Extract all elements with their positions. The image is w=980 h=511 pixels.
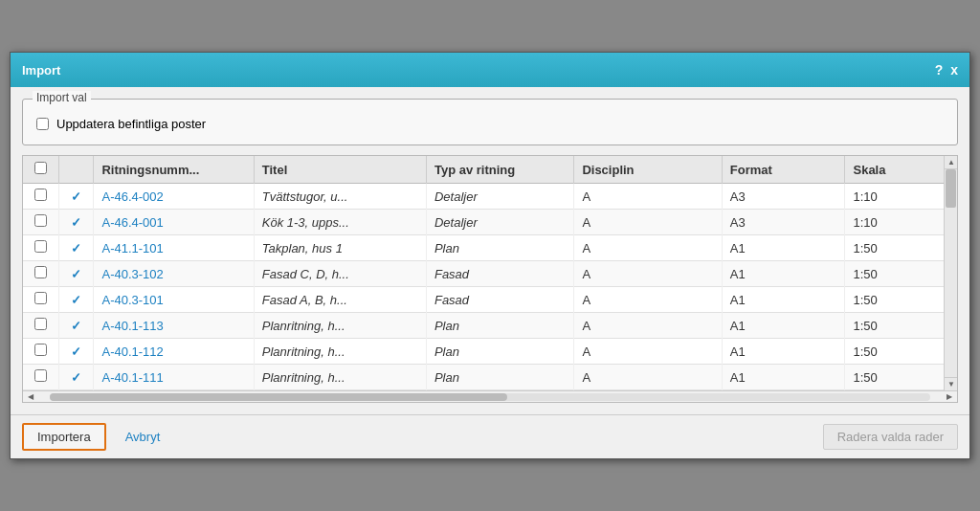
import-val-group: Import val Uppdatera befintliga poster [22, 99, 958, 145]
help-button[interactable]: ? [935, 62, 944, 78]
row-format: A1 [722, 235, 845, 261]
row-type: Fasad [426, 261, 573, 287]
row-checkmark: ✓ [59, 287, 94, 313]
table-row: ✓A-40.3-101Fasad A, B, h...FasadAA11:50 [23, 287, 944, 313]
table-container: Ritningsnumm... Titel Typ av ritning Dis… [22, 155, 958, 403]
row-format: A1 [722, 313, 845, 339]
import-button[interactable]: Importera [22, 423, 106, 451]
row-checkmark: ✓ [59, 210, 94, 235]
table-row: ✓A-46.4-002Tvättstugor, u...DetaljerAA31… [23, 184, 944, 210]
row-scale: 1:10 [845, 210, 944, 235]
row-type: Fasad [426, 287, 573, 313]
row-title: Fasad A, B, h... [254, 287, 426, 313]
row-checkmark: ✓ [59, 184, 94, 210]
row-title: Planritning, h... [254, 339, 426, 365]
row-checkbox[interactable] [34, 369, 47, 382]
row-title: Fasad C, D, h... [254, 261, 426, 287]
row-checkbox[interactable] [34, 292, 47, 304]
hscroll-left-arrow[interactable]: ◀ [25, 391, 36, 403]
row-number[interactable]: A-40.1-112 [94, 339, 254, 365]
row-checkbox[interactable] [34, 214, 47, 227]
row-format: A3 [722, 184, 845, 210]
row-scale: 1:50 [845, 365, 944, 390]
dialog-footer: Importera Avbryt Radera valda rader [11, 414, 969, 458]
row-check-cell [23, 210, 59, 235]
col-header-title: Titel [254, 156, 426, 184]
row-format: A3 [722, 210, 845, 235]
row-number[interactable]: A-41.1-101 [94, 235, 254, 261]
dialog-body: Import val Uppdatera befintliga poster [11, 87, 969, 414]
row-scale: 1:50 [845, 261, 944, 287]
row-checkbox[interactable] [34, 240, 47, 253]
col-header-type: Typ av ritning [426, 156, 573, 184]
row-scale: 1:50 [845, 313, 944, 339]
row-checkmark: ✓ [59, 339, 94, 365]
row-type: Detaljer [426, 210, 573, 235]
row-number[interactable]: A-40.1-111 [94, 365, 254, 390]
row-number[interactable]: A-40.3-102 [94, 261, 254, 287]
vscroll-track[interactable] [945, 169, 957, 377]
row-number[interactable]: A-46.4-001 [94, 210, 254, 235]
data-table: Ritningsnumm... Titel Typ av ritning Dis… [23, 156, 944, 390]
vscroll-up-arrow[interactable]: ▲ [945, 156, 957, 169]
hscroll-thumb[interactable] [50, 393, 507, 401]
row-check-cell [23, 313, 59, 339]
row-checkbox[interactable] [34, 189, 47, 201]
row-type: Plan [426, 235, 573, 261]
row-check-cell [23, 365, 59, 390]
row-checkmark: ✓ [59, 313, 94, 339]
row-format: A1 [722, 287, 845, 313]
vertical-scrollbar[interactable]: ▲ ▼ [944, 156, 957, 390]
table-main: Ritningsnumm... Titel Typ av ritning Dis… [23, 156, 944, 390]
row-checkbox[interactable] [34, 344, 47, 356]
row-discipline: A [574, 287, 722, 313]
row-title: Planritning, h... [254, 313, 426, 339]
select-all-checkbox[interactable] [34, 162, 47, 174]
row-number[interactable]: A-46.4-002 [94, 184, 254, 210]
col-header-format: Format [722, 156, 845, 184]
header-actions: ? x [935, 62, 958, 78]
hscroll-track[interactable] [50, 393, 930, 401]
table-header-row: Ritningsnumm... Titel Typ av ritning Dis… [23, 156, 944, 184]
dialog-title: Import [22, 63, 60, 78]
row-title: Planritning, h... [254, 365, 426, 390]
update-existing-label: Uppdatera befintliga poster [56, 117, 206, 131]
row-type: Plan [426, 365, 573, 390]
row-title: Tvättstugor, u... [254, 184, 426, 210]
table-row: ✓A-40.1-112Planritning, h...PlanAA11:50 [23, 339, 944, 365]
col-header-checkmark [59, 156, 94, 184]
table-row: ✓A-40.1-111Planritning, h...PlanAA11:50 [23, 365, 944, 390]
vscroll-thumb[interactable] [946, 169, 956, 208]
table-row: ✓A-40.1-113Planritning, h...PlanAA11:50 [23, 313, 944, 339]
vscroll-down-arrow[interactable]: ▼ [945, 377, 957, 390]
row-discipline: A [574, 365, 722, 390]
row-number[interactable]: A-40.3-101 [94, 287, 254, 313]
col-header-scale: Skala [845, 156, 944, 184]
row-checkmark: ✓ [59, 261, 94, 287]
dialog-header: Import ? x [11, 53, 969, 87]
close-button[interactable]: x [950, 62, 958, 78]
row-number[interactable]: A-40.1-113 [94, 313, 254, 339]
col-header-discipline: Disciplin [574, 156, 722, 184]
row-checkbox[interactable] [34, 318, 47, 330]
cancel-button[interactable]: Avbryt [118, 425, 168, 449]
hscroll-right-arrow[interactable]: ▶ [944, 391, 955, 403]
row-discipline: A [574, 184, 722, 210]
horizontal-scrollbar[interactable]: ◀ ▶ [23, 390, 957, 402]
row-format: A1 [722, 339, 845, 365]
table-row: ✓A-41.1-101Takplan, hus 1PlanAA11:50 [23, 235, 944, 261]
row-checkmark: ✓ [59, 235, 94, 261]
checkbox-row: Uppdatera befintliga poster [36, 117, 944, 131]
row-check-cell [23, 339, 59, 365]
import-val-legend: Import val [33, 91, 91, 104]
delete-rows-button[interactable]: Radera valda rader [823, 424, 958, 450]
table-row: ✓A-40.3-102Fasad C, D, h...FasadAA11:50 [23, 261, 944, 287]
row-checkbox[interactable] [34, 266, 47, 278]
row-format: A1 [722, 261, 845, 287]
row-discipline: A [574, 313, 722, 339]
table-body: ✓A-46.4-002Tvättstugor, u...DetaljerAA31… [23, 184, 944, 390]
update-existing-checkbox[interactable] [36, 118, 49, 130]
row-type: Plan [426, 313, 573, 339]
row-title: Kök 1-3, upps... [254, 210, 426, 235]
import-dialog: Import ? x Import val Uppdatera befintli… [10, 52, 970, 459]
